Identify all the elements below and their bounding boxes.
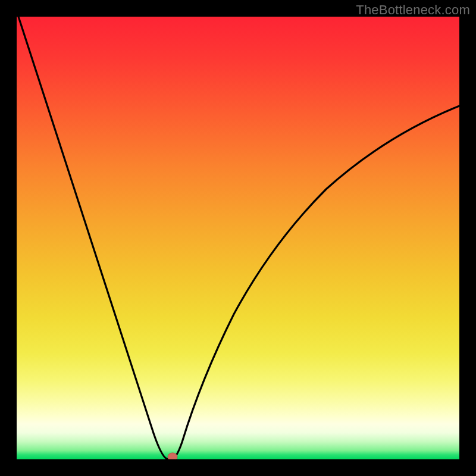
chart-frame: TheBottleneck.com — [0, 0, 476, 476]
optimal-point-marker — [168, 453, 177, 459]
attribution-text: TheBottleneck.com — [356, 2, 470, 18]
bottleneck-curve — [18, 17, 459, 459]
curve-layer — [17, 17, 459, 459]
plot-area — [17, 17, 459, 459]
